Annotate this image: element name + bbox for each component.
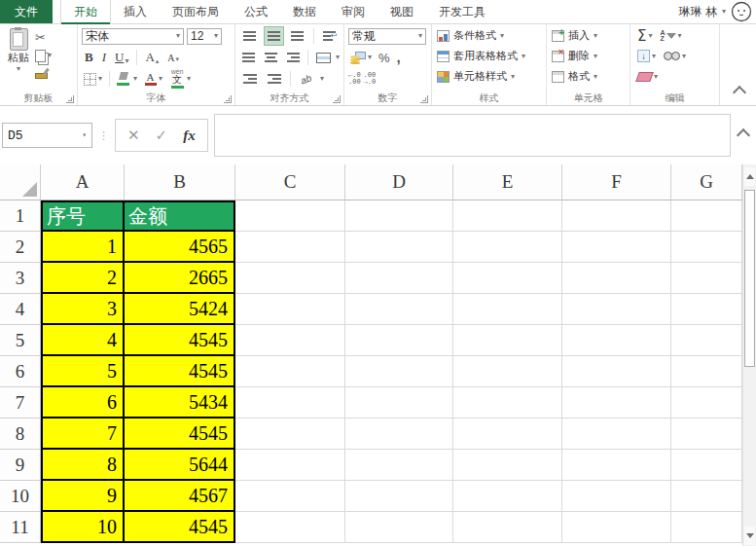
cell-g8[interactable] — [671, 419, 742, 450]
font-dialog-launcher-icon[interactable] — [224, 95, 232, 103]
cell-f8[interactable] — [562, 419, 671, 450]
cell-f4[interactable] — [562, 294, 671, 325]
number-dialog-launcher-icon[interactable] — [420, 95, 428, 103]
cell-g7[interactable] — [671, 387, 742, 419]
row-header-3[interactable]: 3 — [0, 263, 41, 294]
cell-f7[interactable] — [562, 387, 671, 419]
decrease-font-button[interactable]: A ▾ — [164, 52, 182, 64]
format-cells-button[interactable]: 格式 ▾ — [549, 66, 628, 87]
cell-f9[interactable] — [562, 450, 671, 481]
enter-icon[interactable]: ✓ — [156, 127, 168, 144]
cell-c10[interactable] — [235, 481, 345, 512]
cell-d10[interactable] — [345, 481, 453, 512]
cell-c7[interactable] — [235, 387, 345, 419]
increase-decimal-button[interactable]: ←.0.00 — [348, 72, 361, 86]
cell-g1[interactable] — [671, 200, 742, 232]
cell-g9[interactable] — [671, 450, 742, 481]
align-center-button[interactable] — [262, 48, 281, 67]
cell-b10[interactable]: 4567 — [125, 481, 235, 512]
cell-a7[interactable]: 6 — [41, 387, 125, 419]
cell-e1[interactable] — [453, 200, 562, 232]
scrollbar-thumb[interactable] — [744, 190, 755, 367]
cell-f5[interactable] — [562, 325, 671, 356]
cell-b6[interactable]: 4545 — [125, 356, 235, 387]
tab-file[interactable]: 文件 — [0, 0, 53, 23]
font-color-button[interactable]: A ▾ — [142, 71, 164, 87]
format-as-table-button[interactable]: 套用表格格式 ▾ — [434, 46, 544, 66]
row-header-1[interactable]: 1 — [0, 200, 41, 232]
column-header-e[interactable]: E — [453, 164, 562, 200]
column-header-f[interactable]: F — [562, 164, 671, 200]
autosum-button[interactable]: Σ ▾ — [635, 28, 655, 44]
cell-e8[interactable] — [453, 419, 562, 450]
insert-function-button[interactable]: fx — [183, 127, 196, 144]
italic-button[interactable]: I — [99, 49, 109, 66]
wrap-text-button[interactable] — [318, 26, 340, 46]
cell-d9[interactable] — [345, 450, 453, 481]
cell-c5[interactable] — [235, 325, 345, 356]
row-header-2[interactable]: 2 — [0, 232, 41, 263]
align-middle-button[interactable] — [264, 26, 285, 46]
currency-format-button[interactable]: ▾ — [348, 51, 374, 65]
tab-developer[interactable]: 开发工具 — [426, 0, 498, 23]
cut-button[interactable]: ✂ — [35, 29, 52, 45]
account-name[interactable]: 琳琳 林 — [679, 4, 717, 20]
scroll-up-button[interactable] — [744, 167, 755, 186]
cell-c8[interactable] — [235, 419, 345, 450]
cell-d2[interactable] — [345, 232, 453, 263]
cell-d5[interactable] — [345, 325, 453, 356]
orientation-button[interactable]: ab — [296, 69, 317, 89]
font-name-combo[interactable]: 宋体 ▾ — [82, 28, 184, 45]
copy-button[interactable]: ▾ — [35, 48, 52, 63]
avatar[interactable] — [731, 1, 752, 22]
phonetic-guide-button[interactable]: wén文 ▾ — [167, 68, 193, 90]
increase-font-button[interactable]: A ▴ — [142, 49, 162, 66]
scroll-down-button[interactable] — [744, 527, 755, 545]
formula-bar-grip-icon[interactable]: ⋮ — [98, 129, 109, 142]
delete-cells-button[interactable]: 删除 ▾ — [549, 46, 628, 66]
comma-format-button[interactable]: , — [395, 53, 403, 62]
cell-g5[interactable] — [671, 325, 742, 356]
cell-a4[interactable]: 3 — [41, 294, 125, 325]
cell-e10[interactable] — [453, 481, 562, 512]
row-header-5[interactable]: 5 — [0, 325, 41, 356]
cell-d1[interactable] — [345, 200, 453, 232]
tab-review[interactable]: 审阅 — [329, 0, 378, 23]
format-painter-button[interactable] — [35, 66, 52, 82]
cell-g6[interactable] — [671, 356, 742, 387]
cell-d8[interactable] — [345, 419, 453, 450]
collapse-ribbon-icon[interactable] — [733, 86, 746, 99]
select-all-corner[interactable] — [0, 164, 41, 200]
column-header-g[interactable]: G — [671, 164, 742, 200]
row-header-7[interactable]: 7 — [0, 387, 41, 419]
cell-d3[interactable] — [345, 263, 453, 294]
cell-b11[interactable]: 4545 — [125, 512, 235, 543]
row-header-6[interactable]: 6 — [0, 356, 41, 387]
insert-cells-button[interactable]: 插入 ▾ — [549, 25, 628, 46]
cell-a1[interactable]: 序号 — [41, 200, 125, 232]
decrease-decimal-button[interactable]: .00→.0 — [364, 72, 377, 86]
cell-e9[interactable] — [453, 450, 562, 481]
cell-a2[interactable]: 1 — [41, 232, 125, 263]
cell-d4[interactable] — [345, 294, 453, 325]
decrease-indent-button[interactable] — [239, 69, 261, 89]
cell-c1[interactable] — [235, 200, 345, 232]
cell-f10[interactable] — [562, 481, 671, 512]
alignment-dialog-launcher-icon[interactable] — [333, 95, 341, 103]
align-left-button[interactable] — [239, 48, 259, 67]
cell-e4[interactable] — [453, 294, 562, 325]
bold-button[interactable]: B — [82, 49, 96, 66]
fill-color-button[interactable]: ▾ — [115, 71, 139, 87]
cell-d6[interactable] — [345, 356, 453, 387]
tab-data[interactable]: 数据 — [280, 0, 329, 23]
cell-b3[interactable]: 2665 — [125, 263, 235, 294]
cell-g4[interactable] — [671, 294, 742, 325]
cell-b7[interactable]: 5434 — [125, 387, 235, 419]
underline-button[interactable]: U ▾ — [112, 49, 131, 66]
font-size-combo[interactable]: 12 ▾ — [187, 28, 222, 45]
cell-b1[interactable]: 金额 — [125, 200, 235, 232]
number-format-combo[interactable]: 常规 ▾ — [348, 28, 426, 45]
cell-g10[interactable] — [671, 481, 742, 512]
cell-e7[interactable] — [453, 387, 562, 419]
name-box[interactable]: D5 ▾ — [2, 123, 92, 148]
